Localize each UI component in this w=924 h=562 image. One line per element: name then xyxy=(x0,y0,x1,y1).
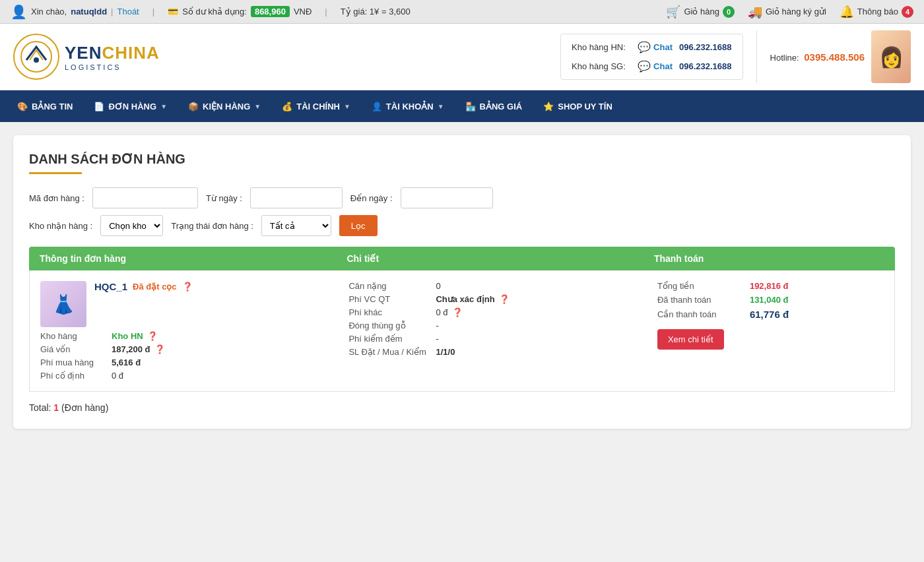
sl-row: SL Đặt / Mua / Kiểm 1/1/0 xyxy=(348,347,650,357)
can-nang-val: 0 xyxy=(436,281,440,291)
tong-tien-row: Tổng tiền 192,816 đ xyxy=(657,281,884,291)
cart-area[interactable]: 🛒 Giỏ hàng 0 xyxy=(666,5,735,19)
col-order-info: Thông tin đơn hàng xyxy=(40,253,346,264)
cart-badge: 0 xyxy=(723,6,735,18)
page-title: DANH SÁCH ĐƠN HÀNG xyxy=(29,151,895,167)
order-info-section: 👗 HQC_1 Đã đặt cọc ❓ Kho hàng Kho HN xyxy=(40,281,342,381)
balance-currency: VNĐ xyxy=(294,7,312,16)
da-thanh-toan-row: Đã thanh toán 131,040 đ xyxy=(657,295,884,305)
order-image: 👗 xyxy=(40,281,86,327)
kho-select[interactable]: Chọn kho Kho HN Kho SG xyxy=(100,215,163,236)
main-content: DANH SÁCH ĐƠN HÀNG Mã đơn hàng : Từ ngày… xyxy=(0,122,924,442)
tai-chinh-icon: 💰 xyxy=(282,102,292,111)
dong-thung-row: Đóng thùng gỗ - xyxy=(348,321,650,330)
phi-kiem-dem-val: - xyxy=(436,334,438,344)
tai-chinh-arrow: ▼ xyxy=(344,103,350,110)
order-id[interactable]: HQC_1 xyxy=(94,281,127,292)
notif-label: Thông báo xyxy=(857,7,898,16)
den-ngay-input[interactable] xyxy=(401,187,493,208)
hotline-num: 0395.488.506 xyxy=(804,51,865,63)
logo[interactable]: YENCHINA LOGISTICS xyxy=(13,34,160,80)
order-payment-section: Tổng tiền 192,816 đ Đã thanh toán 131,04… xyxy=(657,281,884,381)
nav-item-kien-hang[interactable]: 📦 KIỆN HÀNG ▼ xyxy=(178,90,271,122)
gia-von-help-icon: ❓ xyxy=(154,344,165,354)
kho-sub-label: Kho hàng xyxy=(40,331,106,341)
kho-contact-box: Kho hàng HN: 💬 Chat 096.232.1688 Kho hàn… xyxy=(560,34,742,80)
order-detail-section: Cân nặng 0 Phí VC QT Chưa xác định ❓ Phí… xyxy=(348,281,650,381)
notification-area[interactable]: 🔔 Thông báo 4 xyxy=(840,5,913,19)
balance-value: 868,960 xyxy=(251,6,290,17)
can-nang-row: Cân nặng 0 xyxy=(348,281,650,291)
kien-hang-label: KIỆN HÀNG xyxy=(203,102,250,111)
dong-thung-label: Đóng thùng gỗ xyxy=(348,321,428,330)
kho-hn-phone: 096.232.1688 xyxy=(679,42,732,52)
trang-thai-select[interactable]: Tất cả Đang xử lý Hoàn thành Đã hủy xyxy=(261,215,331,236)
kho-sub-val: Kho HN ❓ xyxy=(112,331,158,341)
table-row: 👗 HQC_1 Đã đặt cọc ❓ Kho hàng Kho HN xyxy=(29,270,895,392)
balance-icon: 💳 xyxy=(168,7,178,16)
cargo-label: Giỏ hàng ký gửi xyxy=(766,7,826,16)
username[interactable]: natuqldd xyxy=(71,7,107,16)
kho-hn-chat-button[interactable]: 💬 Chat xyxy=(638,41,673,53)
filter-row-2: Kho nhận hàng : Chọn kho Kho HN Kho SG T… xyxy=(29,215,895,236)
user-info: 👤 Xin chào, natuqldd | Thoát xyxy=(11,4,139,20)
tai-khoan-icon: 👤 xyxy=(372,102,382,111)
kien-hang-arrow: ▼ xyxy=(254,103,261,110)
logout-link[interactable]: Thoát xyxy=(117,7,139,16)
header: YENCHINA LOGISTICS Kho hàng HN: 💬 Chat 0… xyxy=(0,24,924,90)
da-thanh-toan-val: 131,040 đ xyxy=(750,295,789,305)
nav-item-shop-uy-tin[interactable]: ⭐ SHOP UY TÍN xyxy=(533,90,623,122)
top-bar: 👤 Xin chào, natuqldd | Thoát | 💳 Số dư k… xyxy=(0,0,924,24)
sl-val: 1/1/0 xyxy=(436,347,455,357)
can-thanh-toan-val: 61,776 đ xyxy=(750,309,789,320)
logo-sub: LOGISTICS xyxy=(65,63,160,71)
cargo-icon: 🚚 xyxy=(748,5,762,19)
header-right: Kho hàng HN: 💬 Chat 096.232.1688 Kho hàn… xyxy=(560,30,911,83)
total-unit: (Đơn hàng) xyxy=(61,402,108,413)
ma-don-hang-input[interactable] xyxy=(92,187,198,208)
balance-area: 💳 Số dư khả dụng: 868,960 VNĐ xyxy=(168,6,312,17)
tu-ngay-label: Từ ngày : xyxy=(206,193,242,203)
phi-vc-qt-label: Phí VC QT xyxy=(348,294,428,304)
total-row: Total: 1 (Đơn hàng) xyxy=(29,402,895,413)
phi-khac-row: Phí khác 0 đ ❓ xyxy=(348,307,650,317)
shop-uy-tin-icon: ⭐ xyxy=(543,102,554,111)
col-detail: Chi tiết xyxy=(346,253,653,264)
sl-label: SL Đặt / Mua / Kiểm xyxy=(348,347,428,357)
cargo-cart-area[interactable]: 🚚 Giỏ hàng ký gửi xyxy=(748,5,826,19)
phi-khac-label: Phí khác xyxy=(348,307,428,317)
filter-button[interactable]: Lọc xyxy=(339,215,378,236)
tai-chinh-label: TÀI CHÍNH xyxy=(296,102,340,111)
user-avatar-icon: 👤 xyxy=(11,4,27,20)
phi-khac-val: 0 đ ❓ xyxy=(436,307,463,317)
tong-tien-label: Tổng tiền xyxy=(657,281,743,291)
hotline-label: Hotline: xyxy=(770,53,799,63)
kho-sg-row: Kho hàng SG: 💬 Chat 096.232.1688 xyxy=(572,60,731,73)
bang-gia-label: BẢNG GIÁ xyxy=(480,102,523,111)
main-nav: 🎨 BẢNG TIN 📄 ĐƠN HÀNG ▼ 📦 KIỆN HÀNG ▼ 💰 … xyxy=(0,90,924,122)
tu-ngay-input[interactable] xyxy=(250,187,343,208)
don-hang-arrow: ▼ xyxy=(160,103,167,110)
nav-item-bang-tin[interactable]: 🎨 BẢNG TIN xyxy=(7,90,83,122)
nav-item-bang-gia[interactable]: 🏪 BẢNG GIÁ xyxy=(455,90,533,122)
can-nang-label: Cân nặng xyxy=(348,281,428,291)
kho-sg-phone: 096.232.1688 xyxy=(679,61,732,71)
kho-help-icon: ❓ xyxy=(147,331,158,341)
nav-item-tai-khoan[interactable]: 👤 TÀI KHOẢN ▼ xyxy=(361,90,455,122)
dong-thung-val: - xyxy=(436,321,438,330)
exchange-rate: Tỷ giá: 1¥ = 3,600 xyxy=(341,7,411,16)
skype-icon-sg: 💬 xyxy=(638,60,651,73)
phi-mua-hang-label: Phí mua hàng xyxy=(40,358,106,367)
nav-item-don-hang[interactable]: 📄 ĐƠN HÀNG ▼ xyxy=(83,90,178,122)
greeting-text: Xin chào, xyxy=(31,7,67,16)
ma-don-hang-label: Mã đơn hàng : xyxy=(29,193,84,203)
kho-sg-chat-button[interactable]: 💬 Chat xyxy=(638,60,673,73)
order-top: 👗 HQC_1 Đã đặt cọc ❓ xyxy=(40,281,342,327)
nav-item-tai-chinh[interactable]: 💰 TÀI CHÍNH ▼ xyxy=(271,90,361,122)
cart-label: Giỏ hàng xyxy=(684,7,719,16)
bang-gia-icon: 🏪 xyxy=(465,102,476,111)
chat-label-hn: Chat xyxy=(653,42,673,52)
view-detail-button[interactable]: Xem chi tiết xyxy=(657,329,724,350)
logo-brand: YENCHINA xyxy=(65,43,160,63)
kien-hang-icon: 📦 xyxy=(188,102,199,111)
